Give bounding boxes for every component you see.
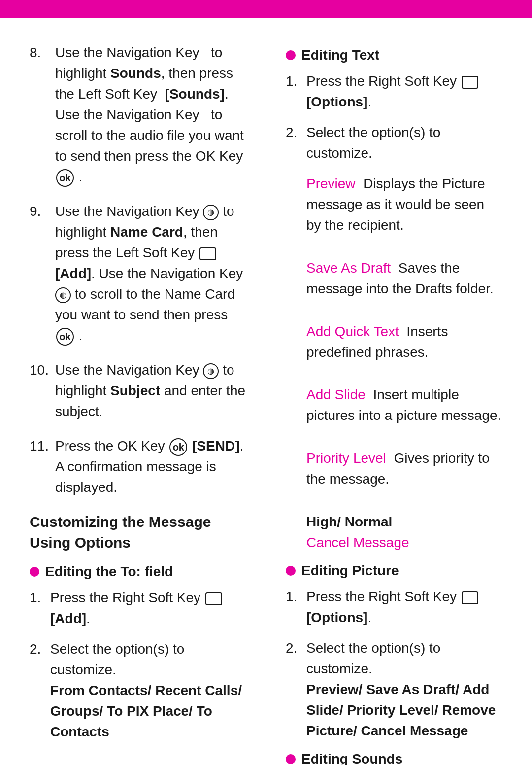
sub-num-text-2: 2. <box>286 122 306 164</box>
ok-icon-11: ok <box>169 438 187 456</box>
step-10-body: Use the Navigation Key ◍ to highlight Su… <box>55 360 246 422</box>
sub-body-to-2: Select the option(s) to customize. From … <box>50 639 246 742</box>
option-save-as-draft: Save As Draft <box>306 260 391 276</box>
options-list: Preview Displays the Picture message as … <box>306 174 502 553</box>
step-9-body: Use the Navigation Key ◍ to highlight Na… <box>55 201 246 346</box>
sub-num-to-2: 2. <box>30 639 50 742</box>
ok-icon-8: ok <box>56 169 74 187</box>
soft-key-right-text-1 <box>462 76 478 89</box>
bullet-dot-to <box>30 567 39 577</box>
step-9: 9. Use the Navigation Key ◍ to highlight… <box>30 201 246 346</box>
sub-body-text-1: Press the Right Soft Key [Options]. <box>306 71 502 112</box>
sub-num-pic-2: 2. <box>286 638 306 741</box>
editing-text-step-1: 1. Press the Right Soft Key [Options]. <box>286 71 502 112</box>
step-8-body: Use the Navigation Key to highlight Soun… <box>55 42 246 187</box>
editing-picture-step-1: 1. Press the Right Soft Key [Options]. <box>286 587 502 628</box>
customizing-heading: Customizing the Message Using Options <box>30 512 246 553</box>
step-11: 11. Press the OK Key ok [SEND]. A confir… <box>30 436 246 498</box>
editing-to-step-1: 1. Press the Right Soft Key [Add]. <box>30 588 246 629</box>
right-column: Editing Text 1. Press the Right Soft Key… <box>276 42 502 765</box>
step-8: 8. Use the Navigation Key to highlight S… <box>30 42 246 187</box>
ok-icon-9: ok <box>56 328 74 346</box>
step-8-num: 8. <box>30 42 55 187</box>
option-priority-level: Priority Level <box>306 451 386 466</box>
option-add-slide: Add Slide <box>306 387 366 402</box>
option-cancel-message: Cancel Message <box>306 535 409 550</box>
soft-key-icon-9 <box>200 247 216 260</box>
editing-picture-heading: Editing Picture <box>286 563 502 579</box>
bullet-dot-picture <box>286 566 296 576</box>
editing-text-step-2: 2. Select the option(s) to customize. <box>286 122 502 164</box>
sub-body-text-2: Select the option(s) to customize. <box>306 122 502 164</box>
left-column: 8. Use the Navigation Key to highlight S… <box>30 42 256 765</box>
soft-key-right-1 <box>205 592 222 605</box>
step-11-num: 11. <box>30 436 55 498</box>
option-add-quick-text: Add Quick Text <box>306 324 399 339</box>
sub-num-pic-1: 1. <box>286 587 306 628</box>
option-preview: Preview <box>306 176 356 191</box>
bullet-dot-sounds <box>286 754 296 764</box>
editing-sounds-heading: Editing Sounds <box>286 751 502 765</box>
page-content: 8. Use the Navigation Key to highlight S… <box>0 18 532 765</box>
high-normal-label: High/ Normal <box>306 514 392 529</box>
editing-picture-step-2: 2. Select the option(s) to customize. Pr… <box>286 638 502 741</box>
sub-body-to-1: Press the Right Soft Key [Add]. <box>50 588 246 629</box>
step-11-body: Press the OK Key ok [SEND]. A confirmati… <box>55 436 246 498</box>
step-10: 10. Use the Navigation Key ◍ to highligh… <box>30 360 246 422</box>
sub-num-to-1: 1. <box>30 588 50 629</box>
sub-body-pic-2: Select the option(s) to customize. Previ… <box>306 638 502 741</box>
step-9-num: 9. <box>30 201 55 346</box>
bullet-dot-text <box>286 50 296 60</box>
soft-key-right-pic-1 <box>462 591 478 604</box>
sub-num-text-1: 1. <box>286 71 306 112</box>
step-10-num: 10. <box>30 360 55 422</box>
editing-to-heading: Editing the To: field <box>30 564 246 580</box>
sub-body-pic-1: Press the Right Soft Key [Options]. <box>306 587 502 628</box>
editing-text-heading: Editing Text <box>286 47 502 63</box>
top-bar <box>0 0 532 18</box>
editing-to-step-2: 2. Select the option(s) to customize. Fr… <box>30 639 246 742</box>
